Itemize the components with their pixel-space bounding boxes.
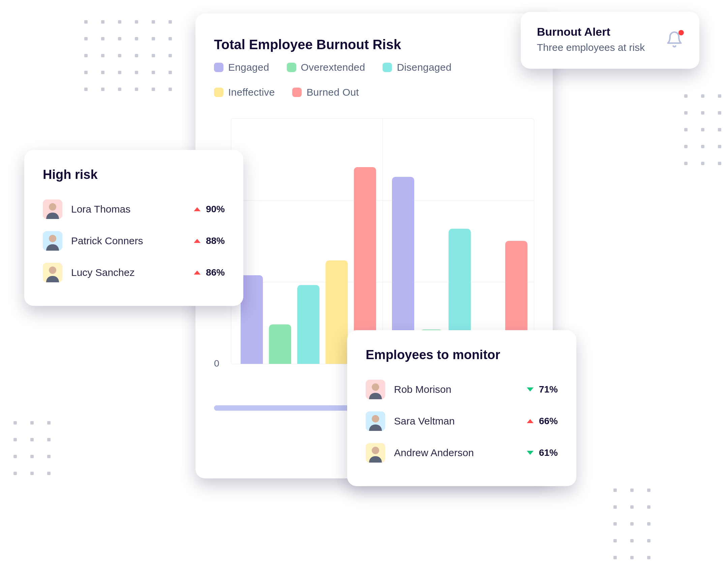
list-item[interactable]: Sara Veltman 66% [366,405,558,437]
avatar [43,231,62,251]
legend-swatch [383,63,392,72]
legend-label: Engaged [228,62,269,73]
legend-item[interactable]: Burned Out [292,87,359,98]
legend-item[interactable]: Engaged [214,62,269,73]
risk-percent: 86% [206,267,225,278]
monitor-card: Employees to monitor Rob Morison 71% Sar… [347,330,576,486]
svg-point-1 [49,203,56,211]
decorative-dots [84,20,172,91]
bar-chart [231,118,534,364]
legend-swatch [292,88,302,97]
legend-label: Burned Out [306,87,359,98]
risk-percent: 66% [539,416,558,427]
trend-up-icon [527,419,534,423]
decorative-dots [613,489,650,559]
list-item[interactable]: Lora Thomas 90% [43,193,225,225]
risk-percent: 61% [539,447,558,458]
list-item[interactable]: Andrew Anderson 61% [366,437,558,469]
trend-up-icon [194,207,201,211]
trend-down-icon [527,451,534,455]
legend-label: Disengaged [397,62,451,73]
avatar [366,411,385,431]
svg-point-3 [49,235,56,242]
list-item[interactable]: Rob Morison 71% [366,374,558,405]
high-risk-title: High risk [43,167,225,182]
risk-percent: 71% [539,384,558,395]
list-item[interactable]: Lucy Sanchez 86% [43,257,225,288]
bell-icon [666,31,683,48]
employee-name: Lucy Sanchez [71,267,134,278]
avatar [366,380,385,399]
legend-item[interactable]: Disengaged [383,62,451,73]
legend-item[interactable]: Overextended [287,62,365,73]
employee-name: Patrick Conners [71,235,143,247]
risk-percent: 90% [206,204,225,215]
bar[interactable] [241,275,263,364]
legend-item[interactable]: Ineffective [214,87,275,98]
legend-swatch [214,63,223,72]
list-item[interactable]: Patrick Conners 88% [43,225,225,257]
employee-name: Sara Veltman [394,415,455,427]
trend-down-icon [527,387,534,391]
legend-swatch [214,88,223,97]
svg-point-9 [372,415,379,422]
avatar [43,199,62,219]
svg-point-5 [49,266,56,274]
alert-subtitle: Three employees at risk [537,42,645,53]
bar[interactable] [269,324,291,364]
employee-name: Rob Morison [394,384,451,395]
trend-up-icon [194,271,201,275]
decorative-dots [684,94,721,165]
alert-title: Burnout Alert [537,25,645,38]
bar[interactable] [326,260,348,364]
monitor-title: Employees to monitor [366,348,558,362]
avatar [366,443,385,463]
legend-label: Ineffective [228,87,275,98]
svg-point-11 [372,447,379,454]
employee-name: Andrew Anderson [394,447,474,459]
avatar [43,263,62,282]
trend-up-icon [194,239,201,243]
chart-legend: Engaged Overextended Disengaged Ineffect… [214,62,534,98]
legend-label: Overextended [301,62,365,73]
y-axis-zero: 0 [214,358,219,369]
burnout-alert-card[interactable]: Burnout Alert Three employees at risk [521,12,699,69]
svg-point-7 [372,383,379,391]
employee-name: Lora Thomas [71,203,130,215]
decorative-dots [13,421,51,475]
chart-title: Total Employee Burnout Risk [214,37,534,52]
high-risk-card: High risk Lora Thomas 90% Patrick Conner… [24,150,243,306]
legend-swatch [287,63,296,72]
bar[interactable] [297,285,320,364]
risk-percent: 88% [206,235,225,246]
